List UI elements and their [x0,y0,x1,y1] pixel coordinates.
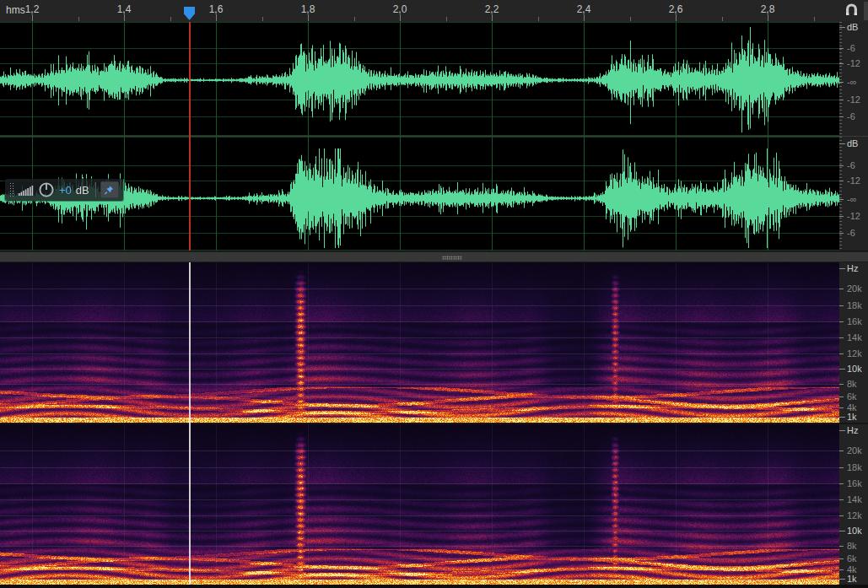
scale-tick [839,407,844,408]
scale-label: 14k [847,332,862,343]
ruler-minor-tick [354,17,355,21]
ruler-minor-tick [722,17,723,21]
scale-label: 16k [847,316,862,326]
spectrogram-separator [0,423,868,424]
ruler-major-tick [308,14,309,21]
snap-button[interactable] [842,3,860,19]
scale-tick [839,321,844,322]
levels-icon [19,184,34,196]
scale-tick-strip [839,22,842,136]
waveform-display-channel-2[interactable] [0,137,839,251]
frequency-scale-channel-1[interactable]: Hz20k18k16k14k12k10k8k6k4k1k [839,262,868,423]
scale-label: 18k [847,462,862,472]
ruler-minor-tick [630,17,631,21]
scale-tick [839,558,844,559]
playhead-line-spectrogram [189,262,191,585]
amplitude-scale-channel-1[interactable]: dB-6-12-∞-12-6 [839,22,868,136]
scale-tick [839,499,844,500]
scale-label: 10k [847,526,862,536]
scale-tick [839,417,845,418]
scale-tick [839,268,845,269]
scale-label: -∞ [847,194,857,204]
scale-tick [839,483,844,484]
hud-divider [95,182,96,197]
time-label: 1,8 [301,3,315,15]
ruler-major-tick [584,14,585,21]
ruler-minor-tick [538,17,539,21]
time-label: 2,2 [485,3,499,15]
scale-label: 14k [847,494,862,504]
pin-hud-button[interactable] [100,181,119,198]
scale-tick [839,337,844,338]
scale-tick [839,27,845,28]
channel-separator [0,136,868,137]
ruler-minor-tick [262,17,263,21]
scale-label: -12 [847,175,860,186]
scale-label: -12 [847,58,860,68]
ruler-major-tick [492,14,493,21]
timeline-ruler[interactable]: hms 1,21,41,61,82,02,22,42,62,8 [0,0,868,22]
scale-label: 8k [847,541,857,551]
gain-unit-label: dB [76,184,89,197]
scale-tick [839,216,844,217]
time-label: 2,4 [577,3,591,15]
scale-tick [839,546,844,547]
ruler-major-tick [216,14,217,21]
scale-label: 1k [847,412,857,422]
spectrogram-display-channel-1[interactable] [0,262,839,423]
scale-tick [839,116,844,117]
scale-label: 16k [847,478,862,488]
pin-icon [104,185,115,196]
amplitude-scale-channel-2[interactable]: dB-6-12-∞-12-6 [839,137,868,251]
scale-tick [839,569,844,570]
scale-label: -6 [847,43,855,53]
scale-tick [839,430,845,431]
scale-label: dB [847,22,858,32]
scale-label: 12k [847,510,862,521]
scale-tick [839,165,844,166]
scale-label: -6 [847,228,855,238]
scale-tick [839,579,845,580]
scale-label: 8k [847,379,857,389]
scale-tick [839,100,844,100]
time-label: 2,8 [761,3,775,15]
ruler-major-tick [32,14,33,21]
waveform-display-channel-1[interactable] [0,22,839,136]
spectrogram-display-channel-2[interactable] [0,424,839,585]
scale-tick [839,233,844,234]
hud-drag-grip[interactable] [9,182,14,197]
frequency-scale-channel-2[interactable]: Hz20k18k16k14k12k10k8k6k4k1k [839,424,868,585]
scale-label: Hz [847,425,858,435]
ruler-major-tick [768,14,768,21]
scale-label: -12 [847,94,860,105]
playhead-line-waveform [189,22,191,251]
scale-tick [839,143,845,144]
scale-label: 20k [847,283,862,294]
splitter-grip-handle[interactable] [442,256,462,260]
scale-label: 1k [847,574,857,584]
scale-tick [839,531,845,531]
timeline-unit-label: hms [6,4,25,16]
time-label: 2,0 [393,3,407,15]
gain-value[interactable]: +0 [59,184,72,197]
time-label: 1,4 [117,3,132,15]
playhead-marker[interactable] [184,7,195,20]
scale-tick [839,63,844,64]
scale-tick [839,450,844,451]
ruler-minor-tick [78,17,79,21]
scale-label: 20k [847,445,862,456]
ruler-minor-tick [446,17,447,21]
audio-editor-window: hms 1,21,41,61,82,02,22,42,62,8 dB-6-12-… [0,0,868,588]
magnet-icon [844,3,859,17]
scale-label: 6k [847,391,857,402]
panel-splitter[interactable] [0,251,868,262]
scale-label: Hz [847,263,858,273]
gain-knob-icon[interactable] [38,181,55,198]
scale-label: 12k [847,348,862,359]
bottom-edge [0,585,868,588]
scale-tick [839,199,844,200]
time-label: 1,6 [209,3,224,15]
scale-label: dB [847,138,858,148]
scale-tick [839,353,844,354]
scale-tick [839,384,844,385]
